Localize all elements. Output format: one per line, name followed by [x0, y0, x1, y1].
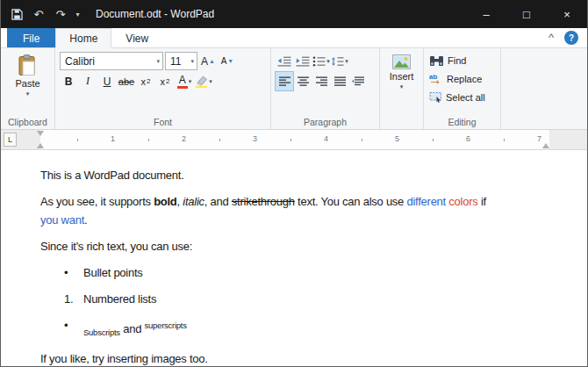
- minimize-button[interactable]: –: [466, 0, 506, 28]
- superscript-mark: 2: [166, 77, 169, 85]
- replace-label: Replace: [447, 74, 482, 84]
- paragraph-dialog-button[interactable]: [349, 72, 367, 90]
- bold-button[interactable]: B: [60, 72, 77, 90]
- superscript-base: x: [161, 76, 166, 87]
- font-family-combo[interactable]: Calibri ▾: [60, 52, 163, 70]
- paragraph-settings-icon: [352, 76, 364, 86]
- replace-button[interactable]: ab Replace: [429, 69, 498, 88]
- superscript-button[interactable]: x2: [156, 72, 174, 90]
- insert-group: Insert ▾: [380, 48, 424, 129]
- help-button[interactable]: ?: [564, 31, 578, 45]
- align-right-button[interactable]: [312, 72, 330, 90]
- find-icon: [429, 54, 444, 67]
- arrow-up-icon: ▲: [209, 58, 215, 64]
- clipboard-icon: [18, 54, 37, 76]
- start-list-button[interactable]: ▾: [312, 52, 330, 70]
- ruler-number: 7: [537, 134, 541, 143]
- font-group: Calibri ▾ 11 ▾ A ▲ A ▼ B I U: [55, 48, 271, 129]
- font-color-icon: A: [177, 75, 188, 89]
- insert-label: Insert: [390, 71, 414, 82]
- tab-file[interactable]: File: [7, 28, 55, 47]
- help-icon: ?: [569, 33, 574, 43]
- save-button[interactable]: [6, 3, 27, 25]
- justify-icon: [334, 76, 346, 86]
- ruler-number: 4: [324, 134, 328, 143]
- ruler-tick: [148, 139, 149, 141]
- chevron-down-icon: ▾: [209, 78, 212, 85]
- undo-button[interactable]: ↶: [28, 3, 49, 25]
- line-spacing-button[interactable]: ▾: [331, 52, 348, 70]
- ruler-tick: [219, 139, 220, 141]
- grow-font-button[interactable]: A ▲: [199, 52, 217, 70]
- font-color-button[interactable]: A ▾: [176, 72, 193, 90]
- maximize-button[interactable]: □: [506, 0, 547, 28]
- underline-button[interactable]: U: [98, 72, 116, 90]
- font-size-combo[interactable]: 11 ▾: [165, 52, 197, 70]
- tab-home[interactable]: Home: [55, 28, 111, 48]
- close-icon: ×: [563, 8, 570, 21]
- italic-button[interactable]: I: [79, 72, 97, 90]
- text-run: Bullet points: [83, 266, 143, 279]
- paste-button[interactable]: Paste ▾: [15, 51, 39, 97]
- list-item: •Subscripts and superscripts: [40, 316, 563, 342]
- quick-access-toolbar: ↶ ↷ ▾: [1, 3, 83, 25]
- insert-picture-icon: [392, 54, 411, 69]
- titlebar: ↶ ↷ ▾ Document.odt - WordPad – □ ×: [1, 0, 587, 28]
- chevron-down-icon: ▾: [26, 90, 30, 97]
- right-indent-marker[interactable]: [542, 140, 549, 148]
- insert-button[interactable]: Insert ▾: [390, 51, 414, 90]
- paragraph: This is a WordPad document.: [40, 166, 563, 184]
- ruler-tick: [504, 139, 505, 141]
- select-all-button[interactable]: Select all: [429, 88, 498, 106]
- decrease-indent-icon: [277, 56, 291, 67]
- tab-stop-selector[interactable]: L: [4, 133, 17, 147]
- window-controls: – □ ×: [466, 0, 587, 28]
- document-area[interactable]: This is a WordPad document.As you see, i…: [1, 150, 587, 366]
- paragraph-text: Bullet points: [83, 263, 143, 282]
- chevron-down-icon: ▾: [400, 83, 404, 90]
- shrink-font-letter: A: [221, 56, 227, 66]
- ruler-number: 1: [111, 134, 115, 143]
- tab-stop-icon: L: [8, 135, 12, 144]
- decrease-indent-button[interactable]: [276, 52, 293, 70]
- line-spacing-icon: [331, 56, 344, 67]
- highlighter-icon: [195, 76, 208, 88]
- chevron-down-icon: ▾: [189, 78, 192, 85]
- number-marker: 1.: [64, 290, 83, 308]
- redo-icon: ↷: [56, 8, 66, 21]
- first-line-indent-marker[interactable]: [37, 131, 44, 140]
- chevron-down-icon: ▾: [187, 58, 194, 65]
- find-label: Find: [448, 55, 466, 66]
- align-center-button[interactable]: [294, 72, 312, 90]
- align-right-icon: [316, 76, 327, 86]
- paragraph-text: Since it's rich text, you can use:: [40, 240, 192, 253]
- text-run: italic: [183, 195, 204, 208]
- close-button[interactable]: ×: [547, 0, 587, 28]
- justify-button[interactable]: [331, 72, 348, 90]
- subscript-button[interactable]: x2: [137, 72, 154, 90]
- left-indent-marker[interactable]: [37, 140, 44, 148]
- clipboard-group: Paste ▾ Clipboard: [1, 48, 55, 129]
- paragraph-group-label: Paragraph: [271, 117, 379, 127]
- text-run: superscripts: [145, 320, 187, 330]
- ruler-active-area: [40, 130, 549, 149]
- tab-view[interactable]: View: [111, 28, 162, 47]
- redo-button[interactable]: ↷: [50, 3, 71, 25]
- svg-text:ab: ab: [429, 73, 437, 81]
- text-run: colors: [448, 195, 477, 208]
- list-item: •Bullet points: [40, 263, 563, 282]
- find-button[interactable]: Find: [429, 51, 498, 69]
- list-item: 1.Numbered lists: [40, 290, 563, 308]
- text-run: you want: [40, 213, 84, 227]
- tabrow-right: ^ ?: [549, 28, 587, 47]
- customize-quick-access-button[interactable]: ▾: [72, 3, 83, 25]
- text-run: Subscripts: [83, 327, 120, 337]
- minimize-icon: –: [483, 8, 489, 21]
- increase-indent-button[interactable]: [294, 52, 312, 70]
- shrink-font-button[interactable]: A ▼: [219, 52, 236, 70]
- collapse-ribbon-button[interactable]: ^: [549, 33, 554, 42]
- align-left-button[interactable]: [276, 72, 293, 90]
- strikethrough-button[interactable]: abe: [118, 72, 135, 90]
- chevron-down-icon: ▾: [326, 58, 330, 65]
- highlight-color-button[interactable]: ▾: [195, 72, 212, 90]
